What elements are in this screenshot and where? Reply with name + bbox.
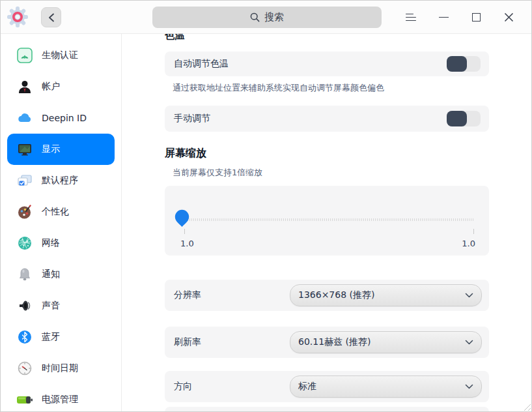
clock-icon [16,360,33,377]
speaker-icon [16,297,33,314]
close-button[interactable] [492,1,525,34]
manual-adjust-row: 手动调节 [165,106,489,132]
maximize-button[interactable] [460,1,492,34]
search-icon [250,12,260,22]
minimize-icon [439,17,449,18]
slider-min-label: 1.0 [180,239,194,248]
next-section-card-partial [165,407,489,411]
sidebar-item-personalization[interactable]: 个性化 [7,196,115,228]
sidebar-item-label: 显示 [42,143,60,155]
auto-color-temp-description: 通过获取地址位置来辅助系统实现自动调节屏幕颜色偏色 [165,82,489,94]
titlebar: 搜索 [1,1,531,34]
sidebar-item-label: 默认程序 [42,175,78,186]
scaling-slider-card: 1.0 1.0 [165,186,489,256]
window-controls [395,1,525,34]
sidebar-item-biometric[interactable]: 生物认证 [7,40,115,71]
default-apps-icon [16,172,33,189]
bell-icon [16,266,33,283]
chevron-down-icon [465,384,473,389]
auto-color-temp-label: 自动调节色温 [174,58,229,70]
sidebar-item-label: 通知 [42,269,60,280]
sidebar-item-display[interactable]: 显示 [7,134,115,165]
refresh-rate-label: 刷新率 [174,336,201,348]
refresh-rate-dropdown[interactable]: 60.11赫兹 (推荐) [290,331,482,353]
refresh-rate-row: 刷新率 60.11赫兹 (推荐) [165,327,489,358]
slider-handle[interactable] [175,209,189,228]
sidebar-item-bluetooth[interactable]: 蓝牙 [7,321,115,353]
slider-track[interactable] [182,218,473,221]
section-title-color-temp: 色温 [165,34,489,42]
network-icon [16,235,33,252]
sidebar-item-network[interactable]: 网络 [7,228,115,259]
sidebar-item-accounts[interactable]: 帐户 [7,71,115,102]
resolution-dropdown[interactable]: 1366×768 (推荐) [290,284,482,306]
sidebar-item-sound[interactable]: 声音 [7,290,115,321]
slider-max-label: 1.0 [462,239,475,248]
toggle-knob [447,56,467,72]
cloud-icon [16,110,33,126]
sidebar-item-label: 生物认证 [42,50,78,61]
sidebar-item-label: 帐户 [42,81,60,93]
manual-adjust-toggle[interactable] [447,111,481,126]
orientation-label: 方向 [174,381,192,392]
maximize-icon [472,13,481,22]
search-placeholder: 搜索 [264,11,284,23]
back-button[interactable] [41,7,61,27]
app-gear-icon [7,6,29,28]
slider-tick-max [473,229,474,234]
close-icon [504,12,514,22]
fingerprint-icon [16,47,33,64]
refresh-rate-value: 60.11赫兹 (推荐) [298,336,371,348]
display-settings-panel: 色温 自动调节色温 通过获取地址位置来辅助系统实现自动调节屏幕颜色偏色 手动调节… [122,34,531,411]
orientation-dropdown[interactable]: 标准 [290,375,482,398]
sidebar-item-label: 电源管理 [42,394,78,405]
orientation-value: 标准 [298,381,316,392]
sidebar-item-deepin-id[interactable]: Deepin ID [7,102,115,134]
resolution-value: 1366×768 (推荐) [298,289,374,301]
auto-color-temp-toggle[interactable] [447,56,481,72]
settings-window: 搜索 [0,0,532,412]
slider-tick-min [184,229,185,234]
menu-button[interactable] [395,1,427,34]
sidebar: 生物认证 帐户 Deepin ID [1,34,122,411]
minimize-button[interactable] [427,1,460,34]
sidebar-item-label: 蓝牙 [42,331,60,343]
chevron-down-icon [465,340,473,345]
palette-icon [16,203,33,220]
sidebar-item-notifications[interactable]: 通知 [7,259,115,290]
manual-adjust-label: 手动调节 [174,113,210,125]
bluetooth-icon [16,329,33,346]
monitor-icon [16,141,33,158]
chevron-down-icon [465,293,473,298]
section-title-scaling: 屏幕缩放 [165,146,489,160]
resolution-row: 分辨率 1366×768 (推荐) [165,280,489,311]
sidebar-item-label: 个性化 [42,206,69,218]
sidebar-item-datetime[interactable]: 时间日期 [7,353,115,384]
resolution-label: 分辨率 [174,289,201,301]
toggle-knob [447,111,467,126]
sidebar-item-label: 时间日期 [42,362,78,374]
user-icon [16,78,33,95]
orientation-row: 方向 标准 [165,371,489,402]
sidebar-item-label: 网络 [42,237,60,249]
sidebar-item-default-apps[interactable]: 默认程序 [7,165,115,196]
sidebar-item-power[interactable]: 电源管理 [7,384,115,412]
battery-icon [16,391,33,408]
sidebar-item-label: 声音 [42,300,60,312]
auto-color-temp-row: 自动调节色温 [165,52,489,76]
search-input[interactable]: 搜索 [152,7,382,28]
scaling-description: 当前屏幕仅支持1倍缩放 [165,167,489,179]
hamburger-icon [406,14,416,22]
sidebar-item-label: Deepin ID [42,113,87,123]
chevron-left-icon [48,13,55,22]
